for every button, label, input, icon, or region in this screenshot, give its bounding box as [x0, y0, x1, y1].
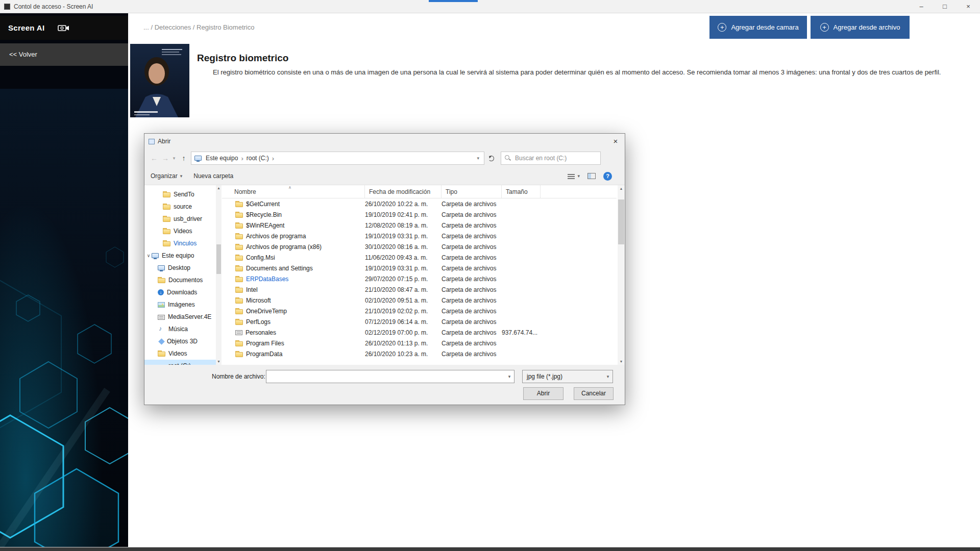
filename-input[interactable] [266, 370, 505, 383]
refresh-button[interactable] [484, 156, 498, 161]
file-date: 29/07/2020 07:15 p. m. [365, 276, 442, 283]
dialog-close-icon[interactable]: × [606, 134, 625, 149]
tree-item[interactable]: Objetos 3D [144, 335, 216, 347]
file-date: 19/10/2019 02:41 p. m. [365, 211, 442, 218]
tree-item[interactable]: Documentos [144, 274, 216, 286]
file-date: 11/06/2020 09:43 a. m. [365, 254, 442, 261]
file-row[interactable]: Archivos de programa 19/10/2019 03:31 p.… [222, 231, 617, 241]
dialog-navbar: ← → ▾ ↑ Este equipo › root (C:) › ▾ [144, 149, 625, 167]
nav-history-chevron-icon[interactable]: ▾ [170, 156, 178, 161]
file-list: ∧ Nombre Fecha de modificación Tipo Tama… [222, 185, 617, 365]
tree-item[interactable]: source [144, 201, 216, 213]
file-type: Carpeta de archivos [442, 233, 502, 240]
sort-ascending-icon: ∧ [288, 185, 291, 190]
help-icon[interactable]: ? [603, 172, 612, 181]
tree-item[interactable]: Desktop [144, 262, 216, 274]
tree-item[interactable]: Imágenes [144, 298, 216, 311]
close-button[interactable]: × [957, 0, 980, 13]
scroll-up-icon[interactable]: ▲ [618, 185, 625, 192]
address-dropdown-icon[interactable]: ▾ [475, 156, 481, 161]
new-folder-button[interactable]: Nueva carpeta [193, 172, 233, 180]
file-row[interactable]: Intel 21/10/2020 08:47 a. m. Carpeta de … [222, 284, 617, 295]
tree-item[interactable]: Videos [144, 347, 216, 360]
column-header-size[interactable]: Tamaño [502, 185, 541, 198]
tree-item[interactable]: root (C:) [144, 360, 216, 365]
tree-item-label: source [174, 203, 192, 210]
maximize-button[interactable]: □ [933, 0, 957, 13]
filetype-select[interactable]: jpg file (*.jpg) ▾ [522, 370, 613, 383]
file-row[interactable]: Microsoft 02/10/2020 09:51 a. m. Carpeta… [222, 295, 617, 306]
breadcrumb-computer[interactable]: Este equipo [203, 155, 241, 162]
folder-icon [235, 245, 243, 250]
file-name-cell: PerfLogs [222, 318, 365, 325]
tree-scrollbar-thumb[interactable] [216, 244, 221, 274]
file-row[interactable]: ERPDataBases 29/07/2020 07:15 p. m. Carp… [222, 273, 617, 284]
file-row[interactable]: ProgramData 26/10/2020 10:23 a. m. Carpe… [222, 348, 617, 359]
computer-icon [194, 156, 202, 161]
column-header-type[interactable]: Tipo [442, 185, 502, 198]
cancel-button[interactable]: Cancelar [574, 387, 614, 400]
person-photo [130, 44, 189, 117]
tree-item[interactable]: Música [144, 323, 216, 335]
file-name: $Recycle.Bin [246, 211, 282, 218]
file-type: Carpeta de archivos [442, 318, 502, 325]
file-row[interactable]: Program Files 26/10/2020 01:13 p. m. Car… [222, 338, 617, 348]
tree-item[interactable]: usb_driver [144, 213, 216, 225]
organize-button[interactable]: Organizar ▾ [151, 172, 182, 180]
column-header-name[interactable]: Nombre [222, 185, 365, 198]
scroll-down-icon[interactable]: ▼ [618, 358, 625, 365]
nav-back-icon[interactable]: ← [148, 154, 160, 162]
tree-scrollbar[interactable]: ▲ ▼ [216, 185, 222, 365]
tree-item-icon [158, 302, 165, 308]
file-name: $GetCurrent [246, 201, 280, 208]
tree-item-label: Este equipo [162, 252, 194, 259]
refresh-icon [488, 156, 494, 161]
file-name-cell: ERPDataBases [222, 276, 365, 283]
file-row[interactable]: Archivos de programa (x86) 30/10/2020 08… [222, 241, 617, 252]
add-from-camera-button[interactable]: + Agregar desde camara [709, 16, 807, 39]
file-date: 26/10/2020 01:13 p. m. [365, 340, 442, 347]
tree-item-icon [152, 253, 159, 258]
nav-forward-icon[interactable]: → [160, 154, 170, 162]
search-input[interactable] [514, 154, 591, 162]
chevron-down-icon[interactable]: ▾ [505, 374, 514, 379]
back-button[interactable]: << Volver [0, 43, 128, 66]
file-row[interactable]: Personales 02/12/2019 07:00 p. m. Carpet… [222, 327, 617, 338]
scroll-down-icon[interactable]: ▼ [216, 359, 222, 365]
tree-item[interactable]: SendTo [144, 188, 216, 201]
tree-item[interactable]: MediaServer.4E [144, 311, 216, 323]
file-row[interactable]: OneDriveTemp 21/10/2019 02:02 p. m. Carp… [222, 306, 617, 316]
brand-label: Screen AI [8, 23, 44, 32]
tree-item-icon [158, 352, 165, 357]
breadcrumb-drive[interactable]: root (C:) [243, 155, 272, 162]
dialog-footer: Nombre de archivo: ▾ jpg file (*.jpg) ▾ … [144, 365, 625, 405]
tree-item-label: Videos [174, 228, 192, 235]
file-row[interactable]: $WinREAgent 12/08/2020 08:19 a. m. Carpe… [222, 220, 617, 231]
list-scrollbar[interactable]: ▲ ▼ [618, 185, 625, 365]
file-row[interactable]: Config.Msi 11/06/2020 09:43 a. m. Carpet… [222, 252, 617, 263]
tree-item[interactable]: Este equipo [144, 249, 216, 262]
file-row[interactable]: $Recycle.Bin 19/10/2019 02:41 p. m. Carp… [222, 209, 617, 220]
add-from-file-button[interactable]: + Agregar desde archivo [811, 16, 910, 39]
minimize-button[interactable]: – [910, 0, 933, 13]
file-row[interactable]: PerfLogs 07/12/2019 06:14 a. m. Carpeta … [222, 316, 617, 327]
list-scrollbar-thumb[interactable] [618, 199, 624, 244]
scroll-up-icon[interactable]: ▲ [216, 185, 222, 191]
preview-pane-icon[interactable] [587, 173, 596, 179]
nav-up-icon[interactable]: ↑ [178, 154, 190, 162]
open-file-dialog: Abrir × ← → ▾ ↑ Este equipo › root (C:) … [144, 133, 625, 405]
open-button[interactable]: Abrir [523, 387, 564, 400]
tree-item-label: Vinculos [174, 240, 197, 247]
search-box[interactable] [501, 152, 601, 165]
file-row[interactable]: Documents and Settings 19/10/2019 03:31 … [222, 263, 617, 273]
tree-item[interactable]: Videos [144, 225, 216, 237]
file-name: Archivos de programa [246, 233, 306, 240]
view-mode-button[interactable]: ▾ [568, 173, 580, 179]
address-bar[interactable]: Este equipo › root (C:) › ▾ [191, 152, 484, 165]
tree-item[interactable]: Downloads [144, 286, 216, 298]
file-row[interactable]: $GetCurrent 26/10/2020 10:22 a. m. Carpe… [222, 198, 617, 209]
file-name-cell: ProgramData [222, 350, 365, 358]
tree-item[interactable]: Vinculos [144, 237, 216, 249]
add-from-file-label: Agregar desde archivo [834, 23, 900, 31]
column-header-date[interactable]: Fecha de modificación [365, 185, 442, 198]
